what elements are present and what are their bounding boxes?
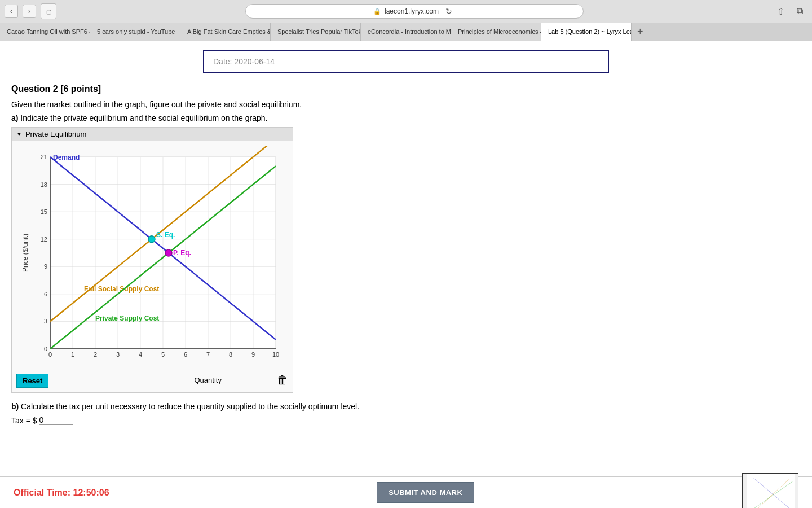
svg-text:5: 5 xyxy=(161,351,165,358)
part-b: b) Calculate the tax per unit necessary … xyxy=(11,402,801,425)
submit-button[interactable]: SUBMIT AND MARK xyxy=(377,482,474,503)
svg-text:21: 21 xyxy=(41,154,47,160)
tab-0[interactable]: Cacao Tanning Oil with SPF6 -... xyxy=(0,23,90,41)
tab-6[interactable]: Lab 5 (Question 2) ~ Lyryx Lear... xyxy=(541,23,632,41)
svg-text:8: 8 xyxy=(229,351,232,358)
svg-text:7: 7 xyxy=(206,351,210,358)
svg-point-48 xyxy=(148,236,155,243)
share-button[interactable]: ⇧ xyxy=(773,3,788,19)
trash-icon[interactable]: 🗑 xyxy=(277,374,288,387)
tax-input[interactable] xyxy=(39,415,73,425)
date-value: 2020-06-14 xyxy=(234,57,275,66)
tab-2[interactable]: A Big Fat Skin Care Empties & F... xyxy=(180,23,271,41)
svg-text:12: 12 xyxy=(41,236,47,243)
collapse-icon: ▼ xyxy=(16,131,22,137)
svg-text:6: 6 xyxy=(184,351,187,358)
url-text: laecon1.lyryx.com xyxy=(385,7,439,15)
browser-chrome: ‹ › ▢ 🔒 laecon1.lyryx.com ↻ ⇧ ⧉ Cacao Ta… xyxy=(0,0,812,41)
svg-text:Private Supply Cost: Private Supply Cost xyxy=(95,314,159,322)
part-b-label: b) Calculate the tax per unit necessary … xyxy=(11,402,801,411)
add-tab-button[interactable]: + xyxy=(632,23,649,41)
graph-panel-header[interactable]: ▼ Private Equilibrium xyxy=(12,128,293,141)
question-area: Question 2 [6 points] Given the market o… xyxy=(0,77,812,439)
svg-text:P. Eq.: P. Eq. xyxy=(173,249,191,257)
forward-button[interactable]: › xyxy=(23,5,36,18)
graph-wrapper: 012345678910036912151821Price ($/unit)De… xyxy=(12,141,293,392)
part-b-text: Calculate the tax per unit necessary to … xyxy=(21,402,359,411)
time-value: 12:50:06 xyxy=(73,488,109,497)
thumbnail-preview xyxy=(742,473,798,509)
question-title: Question 2 [6 points] xyxy=(11,84,801,94)
address-bar[interactable]: 🔒 laecon1.lyryx.com ↻ xyxy=(245,4,584,19)
toolbar: ‹ › ▢ 🔒 laecon1.lyryx.com ↻ ⇧ ⧉ xyxy=(0,0,812,23)
part-a-text: Indicate the private equilibrium and the… xyxy=(20,113,267,122)
new-tab-button[interactable]: ⧉ xyxy=(792,3,807,19)
footer-bar: Official Time: 12:50:06 SUBMIT AND MARK xyxy=(0,476,812,508)
date-box: Date: 2020-06-14 xyxy=(203,50,609,73)
svg-text:9: 9 xyxy=(251,351,255,358)
tab-4[interactable]: eConcordia - Introduction to Mi... xyxy=(361,23,451,41)
date-label: Date: xyxy=(213,57,232,66)
page-content: Date: 2020-06-14 Question 2 [6 points] G… xyxy=(0,41,812,508)
svg-text:3: 3 xyxy=(44,318,47,325)
tab-view-button[interactable]: ▢ xyxy=(41,3,56,19)
part-a-label: a) Indicate the private equilibrium and … xyxy=(11,113,801,122)
svg-text:S. Eq.: S. Eq. xyxy=(156,231,175,239)
lock-icon: 🔒 xyxy=(373,8,381,15)
reload-button[interactable]: ↻ xyxy=(442,5,456,18)
tax-label: Tax = $ xyxy=(11,416,37,425)
svg-text:15: 15 xyxy=(41,208,47,215)
graph-panel-title: Private Equilibrium xyxy=(25,130,86,138)
svg-text:3: 3 xyxy=(116,351,120,358)
chart-svg[interactable]: 012345678910036912151821Price ($/unit)De… xyxy=(16,146,287,371)
tabs-bar: Cacao Tanning Oil with SPF6 -... 5 cars … xyxy=(0,23,812,41)
svg-text:10: 10 xyxy=(272,351,279,358)
tab-5[interactable]: Principles of Microeconomics -... xyxy=(451,23,541,41)
tab-1[interactable]: 5 cars only stupid - YouTube xyxy=(90,23,180,41)
svg-text:6: 6 xyxy=(44,291,47,297)
chart-container[interactable]: 012345678910036912151821Price ($/unit)De… xyxy=(16,146,287,371)
svg-text:Price ($/unit): Price ($/unit) xyxy=(21,234,29,272)
svg-point-50 xyxy=(165,249,172,256)
official-time: Official Time: 12:50:06 xyxy=(14,488,109,498)
svg-text:2: 2 xyxy=(94,351,97,358)
svg-text:9: 9 xyxy=(44,263,47,270)
question-description: Given the market outlined in the graph, … xyxy=(11,100,801,109)
svg-text:0: 0 xyxy=(48,351,52,358)
toolbar-actions: ⇧ ⧉ xyxy=(773,3,807,19)
svg-text:0: 0 xyxy=(44,345,47,352)
svg-text:4: 4 xyxy=(139,351,142,358)
graph-panel: ▼ Private Equilibrium 012345678910036912… xyxy=(11,127,293,393)
svg-rect-52 xyxy=(747,474,795,509)
back-button[interactable]: ‹ xyxy=(5,5,18,18)
svg-text:1: 1 xyxy=(71,351,74,358)
svg-text:Demand: Demand xyxy=(53,154,80,161)
tax-input-line: Tax = $ xyxy=(11,415,801,425)
x-axis-label: Quantity xyxy=(195,376,222,384)
svg-text:18: 18 xyxy=(41,181,47,188)
graph-section: ▼ Private Equilibrium 012345678910036912… xyxy=(11,127,801,393)
reset-button[interactable]: Reset xyxy=(16,374,48,388)
tab-3[interactable]: Specialist Tries Popular TikTok... xyxy=(271,23,361,41)
